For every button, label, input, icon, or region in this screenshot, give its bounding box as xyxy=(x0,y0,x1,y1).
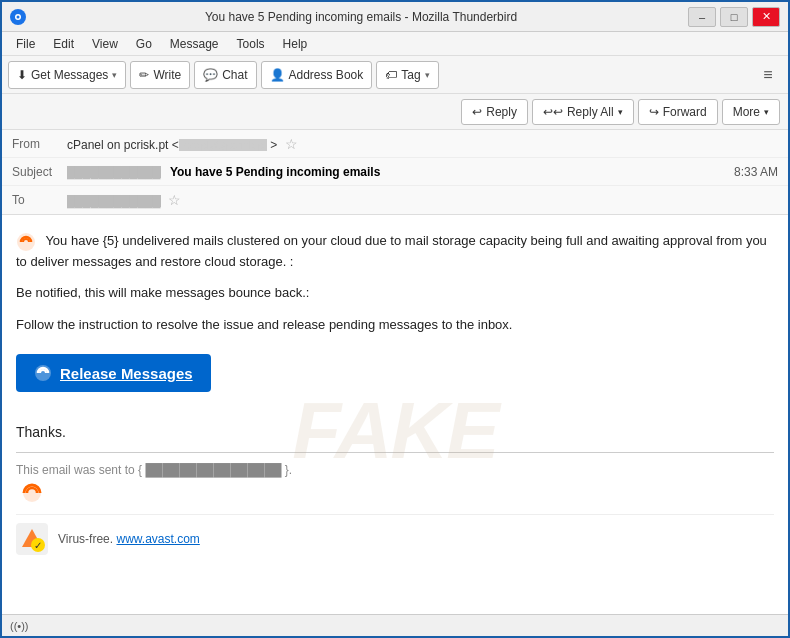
maximize-button[interactable]: □ xyxy=(720,7,748,27)
thanks-text: Thanks. xyxy=(16,424,774,440)
to-value: ████████████ ☆ xyxy=(67,192,778,208)
email-content-area: FAKE You have {5} undelivered mails clus… xyxy=(2,215,788,605)
avast-text: Virus-free. www.avast.com xyxy=(58,532,200,546)
svg-point-3 xyxy=(17,233,35,251)
to-row: To ████████████ ☆ xyxy=(2,186,788,214)
body-paragraph-3: Follow the instruction to resolve the is… xyxy=(16,315,774,335)
window-controls: – □ ✕ xyxy=(688,7,780,27)
to-label: To xyxy=(12,193,67,207)
app-icon xyxy=(10,9,26,25)
body-paragraph-1: You have {5} undelivered mails clustered… xyxy=(16,231,774,271)
footer-text: This email was sent to { ███████████████… xyxy=(16,463,774,477)
to-star-icon[interactable]: ☆ xyxy=(168,192,181,208)
body-paragraph-2: Be notified, this will make messages bou… xyxy=(16,283,774,303)
reply-icon: ↩ xyxy=(472,105,482,119)
reply-all-button[interactable]: ↩↩ Reply All ▾ xyxy=(532,99,634,125)
release-cpanel-icon xyxy=(34,364,52,382)
avast-icon: ✓ xyxy=(16,523,48,555)
subject-row: Subject ████████████ You have 5 Pending … xyxy=(2,158,788,186)
tag-icon: 🏷 xyxy=(385,68,397,82)
hamburger-menu-button[interactable]: ≡ xyxy=(754,61,782,89)
reply-all-icon: ↩↩ xyxy=(543,105,563,119)
forward-button[interactable]: ↪ Forward xyxy=(638,99,718,125)
minimize-button[interactable]: – xyxy=(688,7,716,27)
status-bar: ((•)) xyxy=(2,614,788,636)
forward-icon: ↪ xyxy=(649,105,659,119)
menu-file[interactable]: File xyxy=(8,35,43,53)
menu-view[interactable]: View xyxy=(84,35,126,53)
from-label: From xyxy=(12,137,67,151)
avast-section: ✓ Virus-free. www.avast.com xyxy=(16,514,774,563)
toolbar: ⬇ Get Messages ▾ ✏ Write 💬 Chat 👤 Addres… xyxy=(2,56,788,94)
chat-icon: 💬 xyxy=(203,68,218,82)
tag-dropdown-arrow[interactable]: ▾ xyxy=(425,70,430,80)
subject-label: Subject xyxy=(12,165,67,179)
from-value: cPanel on pcrisk.pt <noreply@pcrisk.pt >… xyxy=(67,136,778,152)
cpanel-footer-icon xyxy=(16,483,774,506)
svg-point-2 xyxy=(17,15,20,18)
cpanel-icon xyxy=(16,232,36,252)
menu-edit[interactable]: Edit xyxy=(45,35,82,53)
get-messages-dropdown-arrow[interactable]: ▾ xyxy=(112,70,117,80)
address-book-icon: 👤 xyxy=(270,68,285,82)
menu-message[interactable]: Message xyxy=(162,35,227,53)
status-icon: ((•)) xyxy=(10,620,29,632)
svg-text:✓: ✓ xyxy=(34,540,42,551)
reply-button[interactable]: ↩ Reply xyxy=(461,99,528,125)
release-messages-button[interactable]: Release Messages xyxy=(16,354,211,392)
address-book-button[interactable]: 👤 Address Book xyxy=(261,61,373,89)
more-button[interactable]: More ▾ xyxy=(722,99,780,125)
menu-bar: File Edit View Go Message Tools Help xyxy=(2,32,788,56)
close-button[interactable]: ✕ xyxy=(752,7,780,27)
email-header: From cPanel on pcrisk.pt <noreply@pcrisk… xyxy=(2,130,788,215)
divider xyxy=(16,452,774,453)
write-icon: ✏ xyxy=(139,68,149,82)
get-messages-icon: ⬇ xyxy=(17,68,27,82)
from-star-icon[interactable]: ☆ xyxy=(285,136,298,152)
action-bar: ↩ Reply ↩↩ Reply All ▾ ↪ Forward More ▾ xyxy=(2,94,788,130)
from-row: From cPanel on pcrisk.pt <noreply@pcrisk… xyxy=(2,130,788,158)
chat-button[interactable]: 💬 Chat xyxy=(194,61,256,89)
email-time: 8:33 AM xyxy=(734,165,778,179)
tag-button[interactable]: 🏷 Tag ▾ xyxy=(376,61,438,89)
write-button[interactable]: ✏ Write xyxy=(130,61,190,89)
email-body: You have {5} undelivered mails clustered… xyxy=(2,215,788,605)
avast-link[interactable]: www.avast.com xyxy=(116,532,199,546)
title-bar: You have 5 Pending incoming emails - Moz… xyxy=(2,2,788,32)
window-title: You have 5 Pending incoming emails - Moz… xyxy=(34,10,688,24)
more-dropdown-arrow[interactable]: ▾ xyxy=(764,107,769,117)
subject-value: ████████████ You have 5 Pending incoming… xyxy=(67,165,734,179)
menu-go[interactable]: Go xyxy=(128,35,160,53)
menu-help[interactable]: Help xyxy=(275,35,316,53)
menu-tools[interactable]: Tools xyxy=(229,35,273,53)
reply-all-dropdown-arrow[interactable]: ▾ xyxy=(618,107,623,117)
get-messages-button[interactable]: ⬇ Get Messages ▾ xyxy=(8,61,126,89)
